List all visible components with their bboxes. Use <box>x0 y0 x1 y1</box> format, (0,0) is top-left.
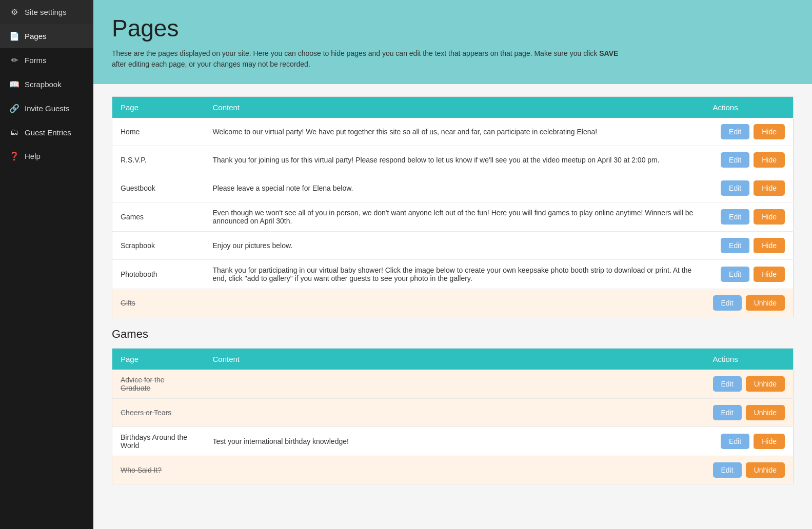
page-cell: Gifts <box>112 289 205 317</box>
hide-button[interactable]: Hide <box>754 124 785 139</box>
page-cell: Birthdays Around the World <box>112 427 205 456</box>
hide-button[interactable]: Hide <box>754 180 785 196</box>
page-name-strikethrough: Gifts <box>121 299 135 307</box>
sidebar-item-guest-entries[interactable]: 🗂Guest Entries <box>0 120 93 144</box>
sidebar-item-site-settings[interactable]: ⚙Site settings <box>0 0 93 24</box>
main-content: Pages These are the pages displayed on y… <box>93 0 812 529</box>
edit-button[interactable]: Edit <box>721 124 749 139</box>
games-col-header-page: Page <box>112 349 205 370</box>
hide-button[interactable]: Hide <box>754 152 785 168</box>
site-settings-icon: ⚙ <box>9 7 19 17</box>
page-name-strikethrough: Advice for the Graduate <box>121 376 165 392</box>
table-row: Birthdays Around the WorldTest your inte… <box>112 427 794 456</box>
table-row: GuestbookPlease leave a special note for… <box>112 174 794 202</box>
unhide-button[interactable]: Unhide <box>746 295 785 311</box>
page-name-strikethrough: Cheers or Tears <box>121 409 171 417</box>
table-row: Who Said It?EditUnhide <box>112 456 794 484</box>
games-table-body: Advice for the GraduateEditUnhideCheers … <box>112 370 794 484</box>
content-area: Page Content Actions HomeWelcome to our … <box>93 84 812 507</box>
edit-button[interactable]: Edit <box>721 209 749 225</box>
unhide-button[interactable]: Unhide <box>746 376 785 392</box>
sidebar-item-scrapbook[interactable]: 📖Scrapbook <box>0 72 93 96</box>
hide-button[interactable]: Hide <box>754 267 785 282</box>
description-bold: SAVE <box>599 49 618 57</box>
actions-cell: EditHide <box>705 202 794 232</box>
content-cell <box>205 399 705 427</box>
table-row: R.S.V.P.Thank you for joining us for thi… <box>112 146 794 174</box>
header-description: These are the pages displayed on your si… <box>112 48 625 70</box>
page-cell: Home <box>112 118 205 146</box>
edit-button[interactable]: Edit <box>721 152 749 168</box>
sidebar: ⚙Site settings📄Pages✏Forms📖Scrapbook🔗Inv… <box>0 0 93 529</box>
actions-cell: EditHide <box>705 146 794 174</box>
table-row: HomeWelcome to our virtual party! We hav… <box>112 118 794 146</box>
actions-cell: EditUnhide <box>705 456 794 484</box>
games-section-title: Games <box>112 328 794 341</box>
page-cell: R.S.V.P. <box>112 146 205 174</box>
sidebar-item-forms[interactable]: ✏Forms <box>0 48 93 72</box>
content-cell <box>205 456 705 484</box>
col-header-actions: Actions <box>705 97 794 118</box>
actions-cell: EditUnhide <box>705 289 794 317</box>
sidebar-item-label: Scrapbook <box>25 80 62 89</box>
edit-button[interactable]: Edit <box>713 376 742 392</box>
pages-icon: 📄 <box>9 31 19 41</box>
content-cell: Thank you for participating in our virtu… <box>205 260 705 289</box>
sidebar-item-pages[interactable]: 📄Pages <box>0 24 93 48</box>
content-cell: Test your international birthday knowled… <box>205 427 705 456</box>
table-row: ScrapbookEnjoy our pictures below.EditHi… <box>112 232 794 260</box>
pages-table-header: Page Content Actions <box>112 97 794 118</box>
sidebar-item-label: Forms <box>25 56 47 65</box>
page-cell: Who Said It? <box>112 456 205 484</box>
description-text-end: after editing each page, or your changes… <box>112 60 310 68</box>
edit-button[interactable]: Edit <box>713 462 742 478</box>
guest-entries-icon: 🗂 <box>9 128 19 137</box>
edit-button[interactable]: Edit <box>721 434 749 449</box>
edit-button[interactable]: Edit <box>713 295 742 311</box>
actions-cell: EditHide <box>705 118 794 146</box>
page-cell: Advice for the Graduate <box>112 370 205 399</box>
content-cell: Welcome to our virtual party! We have pu… <box>205 118 705 146</box>
table-row: Cheers or TearsEditUnhide <box>112 399 794 427</box>
page-cell: Scrapbook <box>112 232 205 260</box>
content-cell <box>205 370 705 399</box>
table-row: Advice for the GraduateEditUnhide <box>112 370 794 399</box>
page-title: Pages <box>112 14 794 42</box>
unhide-button[interactable]: Unhide <box>746 462 785 478</box>
games-col-header-actions: Actions <box>705 349 794 370</box>
table-row: PhotoboothThank you for participating in… <box>112 260 794 289</box>
games-col-header-content: Content <box>205 349 705 370</box>
content-cell: Enjoy our pictures below. <box>205 232 705 260</box>
sidebar-item-label: Guest Entries <box>25 128 71 137</box>
edit-button[interactable]: Edit <box>721 238 749 253</box>
sidebar-item-label: Pages <box>25 32 47 40</box>
page-header: Pages These are the pages displayed on y… <box>93 0 812 84</box>
edit-button[interactable]: Edit <box>721 180 749 196</box>
hide-button[interactable]: Hide <box>754 434 785 449</box>
page-cell: Games <box>112 202 205 232</box>
sidebar-item-label: Site settings <box>25 8 67 16</box>
sidebar-item-help[interactable]: ❓Help <box>0 144 93 168</box>
sidebar-item-invite-guests[interactable]: 🔗Invite Guests <box>0 96 93 120</box>
actions-cell: EditUnhide <box>705 370 794 399</box>
games-table: Page Content Actions Advice for the Grad… <box>112 348 794 484</box>
sidebar-item-label: Invite Guests <box>25 104 70 113</box>
help-icon: ❓ <box>9 151 19 161</box>
description-text-start: These are the pages displayed on your si… <box>112 49 599 57</box>
actions-cell: EditHide <box>705 232 794 260</box>
hide-button[interactable]: Hide <box>754 209 785 225</box>
hide-button[interactable]: Hide <box>754 238 785 253</box>
actions-cell: EditHide <box>705 174 794 202</box>
edit-button[interactable]: Edit <box>721 267 749 282</box>
forms-icon: ✏ <box>9 55 19 65</box>
col-header-page: Page <box>112 97 205 118</box>
page-cell: Cheers or Tears <box>112 399 205 427</box>
edit-button[interactable]: Edit <box>713 405 742 420</box>
content-cell <box>205 289 705 317</box>
content-cell: Even though we won't see all of you in p… <box>205 202 705 232</box>
invite-guests-icon: 🔗 <box>9 104 19 113</box>
unhide-button[interactable]: Unhide <box>746 405 785 420</box>
pages-table: Page Content Actions HomeWelcome to our … <box>112 96 794 317</box>
page-cell: Photobooth <box>112 260 205 289</box>
actions-cell: EditHide <box>705 427 794 456</box>
